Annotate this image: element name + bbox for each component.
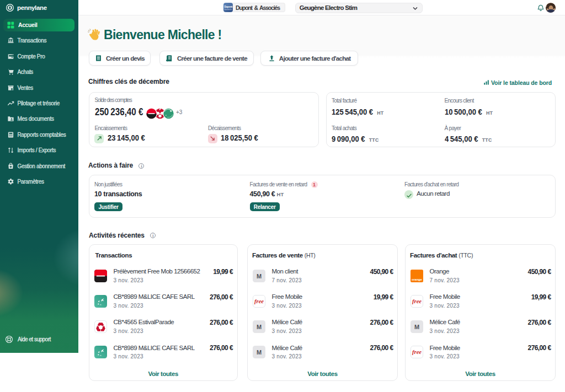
svg-text:M: M	[414, 323, 419, 330]
svg-text:free: free	[254, 298, 264, 304]
svg-text:orange: orange	[412, 278, 422, 281]
svg-text:M: M	[257, 272, 262, 279]
svg-text:M: M	[257, 349, 262, 356]
svg-text:free: free	[412, 349, 422, 355]
svg-text:M: M	[257, 323, 262, 330]
svg-text:free: free	[412, 298, 422, 304]
